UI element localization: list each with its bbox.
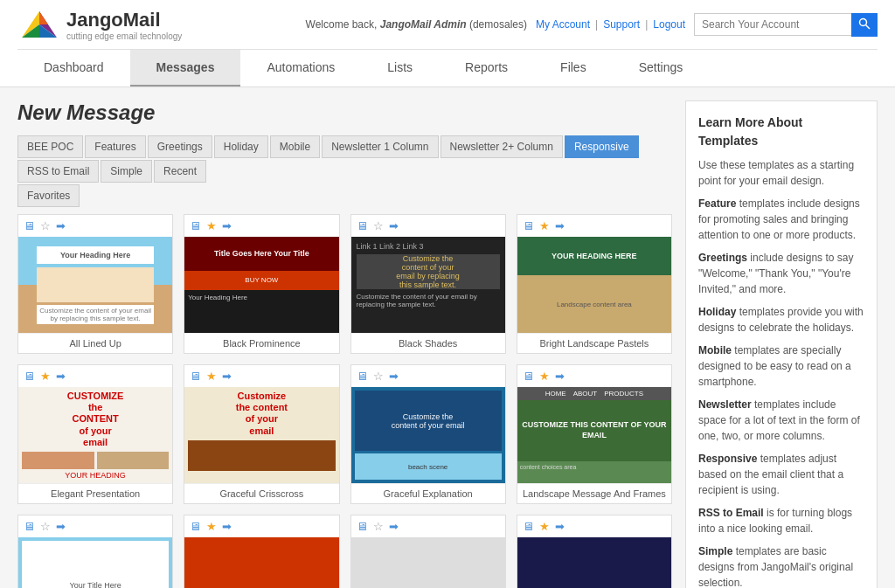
template-card: 🖥 ☆ ➡ Customize thecontent of your email… bbox=[350, 364, 506, 504]
favorite-icon[interactable]: ★ bbox=[40, 370, 51, 383]
preview-icon[interactable]: 🖥 bbox=[190, 219, 201, 232]
my-account-link[interactable]: My Account bbox=[536, 18, 590, 31]
template-preview-3: Link 1 Link 2 Link 3 Customize theconten… bbox=[351, 237, 505, 333]
preview-icon[interactable]: 🖥 bbox=[24, 520, 35, 533]
preview-icon[interactable]: 🖥 bbox=[190, 520, 201, 533]
template-preview-6: Customizethe contentof youremail bbox=[184, 387, 338, 483]
template-preview-10 bbox=[184, 537, 338, 588]
select-icon[interactable]: ➡ bbox=[555, 370, 565, 383]
tab-favorites[interactable]: Favorites bbox=[17, 184, 80, 207]
preview-icon[interactable]: 🖥 bbox=[24, 370, 35, 383]
template-name: Elegant Presentation bbox=[18, 483, 172, 503]
tab-newsletter-2[interactable]: Newsletter 2+ Column bbox=[441, 135, 563, 158]
template-card: 🖥 ★ ➡ Title Goes Here Your Title BUY NOW… bbox=[184, 214, 339, 354]
main-content: New Message BEE POC Features Greetings H… bbox=[0, 87, 895, 588]
search-area bbox=[694, 13, 878, 37]
favorite-icon[interactable]: ☆ bbox=[373, 219, 384, 232]
select-icon[interactable]: ➡ bbox=[389, 219, 399, 232]
logout-link[interactable]: Logout bbox=[653, 18, 685, 31]
welcome-text: Welcome back, JangoMail Admin (demosales… bbox=[306, 18, 527, 31]
favorite-icon[interactable]: ☆ bbox=[40, 520, 51, 533]
nav-automations[interactable]: Automations bbox=[240, 50, 361, 86]
template-preview-5: CUSTOMIZEtheCONTENTof youremail YOUR HEA… bbox=[18, 387, 172, 483]
template-grid: 🖥 ☆ ➡ Your Heading Here Customize the co… bbox=[17, 214, 672, 588]
template-preview-7: Customize thecontent of your email beach… bbox=[351, 387, 505, 483]
favorite-icon[interactable]: ★ bbox=[539, 370, 550, 383]
header-top: JangoMail cutting edge email technology … bbox=[17, 0, 878, 49]
search-button[interactable] bbox=[851, 13, 878, 37]
template-name: Black Shades bbox=[351, 333, 505, 353]
select-icon[interactable]: ➡ bbox=[222, 370, 232, 383]
favorite-icon[interactable]: ★ bbox=[206, 520, 217, 533]
template-name: Bright Landscape Pastels bbox=[517, 333, 671, 353]
logo-name: JangoMail bbox=[66, 9, 161, 31]
sidebar-feature: Feature templates include designs for pr… bbox=[698, 196, 864, 243]
nav-files[interactable]: Files bbox=[534, 50, 613, 86]
preview-icon[interactable]: 🖥 bbox=[357, 219, 368, 232]
template-card: 🖥 ☆ ➡ Your Title Here Your Title Here bbox=[17, 515, 173, 588]
favorite-icon[interactable]: ★ bbox=[206, 370, 217, 383]
select-icon[interactable]: ➡ bbox=[389, 520, 399, 533]
nav-dashboard[interactable]: Dashboard bbox=[17, 50, 130, 86]
template-preview-4: YOUR HEADING HERE Landscape content area bbox=[517, 237, 671, 333]
tab-rss[interactable]: RSS to Email bbox=[17, 160, 99, 183]
select-icon[interactable]: ➡ bbox=[222, 219, 232, 232]
preview-icon[interactable]: 🖥 bbox=[523, 219, 534, 232]
template-name: Graceful Crisscross bbox=[184, 483, 338, 503]
select-icon[interactable]: ➡ bbox=[56, 219, 66, 232]
template-name: Graceful Explanation bbox=[351, 483, 505, 503]
select-icon[interactable]: ➡ bbox=[555, 520, 565, 533]
preview-icon[interactable]: 🖥 bbox=[357, 520, 368, 533]
sidebar-holiday: Holiday templates provide you with desig… bbox=[698, 304, 864, 336]
tab-simple[interactable]: Simple bbox=[101, 160, 152, 183]
favorite-icon[interactable]: ☆ bbox=[373, 370, 384, 383]
template-card: 🖥 ★ ➡ bbox=[184, 515, 339, 588]
tab-responsive[interactable]: Responsive bbox=[565, 135, 639, 158]
search-input[interactable] bbox=[694, 13, 851, 36]
nav-reports[interactable]: Reports bbox=[439, 50, 534, 86]
preview-icon[interactable]: 🖥 bbox=[190, 370, 201, 383]
preview-icon[interactable]: 🖥 bbox=[24, 219, 35, 232]
tab-bee-poc[interactable]: BEE POC bbox=[17, 135, 83, 158]
template-name: Black Prominence bbox=[184, 333, 338, 353]
tabs-row: BEE POC Features Greetings Holiday Mobil… bbox=[17, 135, 672, 183]
template-card-icons: 🖥 ☆ ➡ bbox=[351, 215, 505, 237]
nav-settings[interactable]: Settings bbox=[613, 50, 710, 86]
nav-messages[interactable]: Messages bbox=[130, 50, 241, 86]
template-preview-12 bbox=[517, 537, 671, 588]
template-name: Landscape Message And Frames bbox=[517, 483, 671, 503]
nav-lists[interactable]: Lists bbox=[361, 50, 439, 86]
search-icon bbox=[858, 17, 871, 30]
select-icon[interactable]: ➡ bbox=[222, 520, 232, 533]
template-card: 🖥 ☆ ➡ bbox=[350, 515, 506, 588]
tab-newsletter-1[interactable]: Newsletter 1 Column bbox=[322, 135, 438, 158]
select-icon[interactable]: ➡ bbox=[56, 370, 66, 383]
favorite-icon[interactable]: ☆ bbox=[373, 520, 384, 533]
template-name: All Lined Up bbox=[18, 333, 172, 353]
template-card-icons: 🖥 ☆ ➡ bbox=[351, 515, 505, 537]
nav: Dashboard Messages Automations Lists Rep… bbox=[17, 49, 878, 86]
preview-icon[interactable]: 🖥 bbox=[357, 370, 368, 383]
favorite-icon[interactable]: ★ bbox=[539, 219, 550, 232]
select-icon[interactable]: ➡ bbox=[389, 370, 399, 383]
favorite-icon[interactable]: ☆ bbox=[40, 219, 51, 232]
select-icon[interactable]: ➡ bbox=[56, 520, 66, 533]
svg-point-5 bbox=[860, 18, 867, 25]
template-card-icons: 🖥 ☆ ➡ bbox=[18, 515, 172, 537]
tab-holiday[interactable]: Holiday bbox=[214, 135, 268, 158]
support-link[interactable]: Support bbox=[603, 18, 640, 31]
template-card: 🖥 ★ ➡ HOMEABOUTPRODUCTS CUSTOMIZE THIS C… bbox=[517, 364, 672, 504]
preview-icon[interactable]: 🖥 bbox=[523, 370, 534, 383]
tab-greetings[interactable]: Greetings bbox=[148, 135, 212, 158]
template-preview-8: HOMEABOUTPRODUCTS CUSTOMIZE THIS CONTENT… bbox=[517, 387, 671, 483]
tab-features[interactable]: Features bbox=[85, 135, 145, 158]
sidebar-mobile: Mobile templates are specially designed … bbox=[698, 342, 864, 390]
favorite-icon[interactable]: ★ bbox=[206, 219, 217, 232]
tab-recent[interactable]: Recent bbox=[154, 160, 206, 183]
preview-icon[interactable]: 🖥 bbox=[523, 520, 534, 533]
logo-subtitle: cutting edge email technology bbox=[66, 31, 182, 41]
tab-mobile[interactable]: Mobile bbox=[270, 135, 320, 158]
template-card-icons: 🖥 ★ ➡ bbox=[184, 365, 338, 387]
select-icon[interactable]: ➡ bbox=[555, 219, 565, 232]
favorite-icon[interactable]: ★ bbox=[539, 520, 550, 533]
